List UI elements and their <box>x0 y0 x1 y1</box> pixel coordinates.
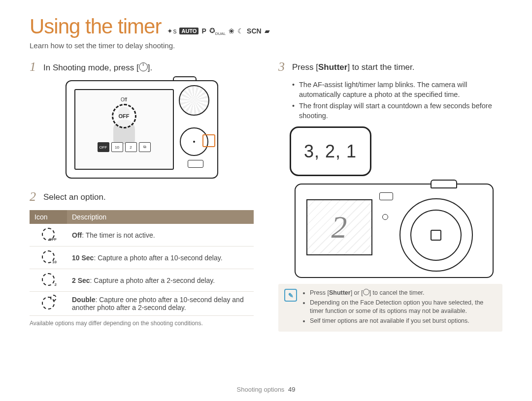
mode-smart-icon: ✦s <box>167 27 176 35</box>
note-box: ✎ Press [Shutter] or [] to cancel the ti… <box>278 284 502 332</box>
strip-opt-off: OFF <box>98 142 109 152</box>
table-header-description: Description <box>67 210 254 224</box>
timer-off-icon <box>42 228 55 241</box>
step-1-number: 1 <box>30 61 38 73</box>
list-item: The AF-assist light/timer lamp blinks. T… <box>292 80 502 99</box>
front-shutter-icon <box>431 180 457 188</box>
timer-2sec-icon <box>42 273 55 286</box>
mode-dual-icon: ✪DUAL <box>209 27 226 36</box>
strip-opt-10: 10 <box>111 142 123 152</box>
lens-icon <box>399 198 473 272</box>
front-lcd-number: 2 <box>332 209 347 246</box>
mode-icon-strip: ✦s AUTO P ✪DUAL ❀ ☾ SCN ▰ <box>167 27 269 36</box>
step-1-text: In Shooting mode, press []. <box>43 61 152 73</box>
mode-p-icon: P <box>201 27 206 35</box>
timer-button-highlight <box>202 134 215 147</box>
page-subtitle: Learn how to set the timer to delay shoo… <box>30 41 502 50</box>
table-row: 10 Sec: Capture a photo after a 10-secon… <box>30 247 254 269</box>
step-3-text: Press [Shutter] to start the timer. <box>292 61 414 73</box>
timer-small-icon <box>363 289 369 295</box>
table-row: Off: The timer is not active. <box>30 224 254 247</box>
list-item: Press [Shutter] or [] to cancel the time… <box>310 289 497 297</box>
list-item: The front display will start a countdown… <box>292 101 502 121</box>
step-2-text: Select an option. <box>43 190 106 203</box>
step-3-bullets: The AF-assist light/timer lamp blinks. T… <box>292 80 502 121</box>
front-lcd: 2 <box>306 199 372 255</box>
af-lamp-icon <box>382 214 388 220</box>
table-footnote: Available options may differ depending o… <box>30 320 254 327</box>
page-footer: Shooting options 49 <box>0 386 532 393</box>
timer-10sec-icon <box>42 250 55 263</box>
note-icon: ✎ <box>284 289 297 302</box>
mode-scn-icon: SCN <box>247 27 262 35</box>
step-3-number: 3 <box>278 61 287 73</box>
page-number: 49 <box>288 386 295 393</box>
footer-section: Shooting options <box>237 386 285 393</box>
small-button-icon <box>188 160 203 168</box>
mode-movie-icon: ▰ <box>265 27 270 35</box>
mode-night-icon: ☾ <box>237 27 244 35</box>
table-header-icon: Icon <box>30 210 67 224</box>
table-row: 2 Sec: Capture a photo after a 2-second … <box>30 269 254 292</box>
camera-back-illustration: Off OFF OFF 10 2 ⧉ <box>66 80 218 179</box>
page-title: Using the timer <box>30 15 161 38</box>
list-item: Depending on the Face Detection option y… <box>310 299 497 315</box>
timer-double-icon <box>42 297 55 309</box>
mode-dial-icon <box>179 85 209 116</box>
countdown-speech-bubble: 3, 2, 1 <box>290 126 371 176</box>
strip-opt-2: 2 <box>125 142 137 152</box>
table-row: Double: Capture one photo after a 10-sec… <box>30 292 254 316</box>
timer-button-icon <box>139 62 148 71</box>
screen-off-circle-icon: OFF <box>112 104 136 128</box>
flash-icon <box>379 192 393 200</box>
list-item: Self timer options are not available if … <box>310 317 497 325</box>
screen-off-label: Off <box>121 97 127 102</box>
mode-auto-icon: AUTO <box>179 28 199 34</box>
step-2-number: 2 <box>30 190 38 203</box>
strip-opt-double: ⧉ <box>139 142 151 152</box>
timer-options-table: Icon Description Off: The timer is not a… <box>30 210 254 316</box>
camera-front-illustration: 3, 2, 1 2 <box>285 129 497 277</box>
timer-option-strip: OFF 10 2 ⧉ <box>98 142 151 152</box>
mode-beauty-icon: ❀ <box>229 27 234 35</box>
